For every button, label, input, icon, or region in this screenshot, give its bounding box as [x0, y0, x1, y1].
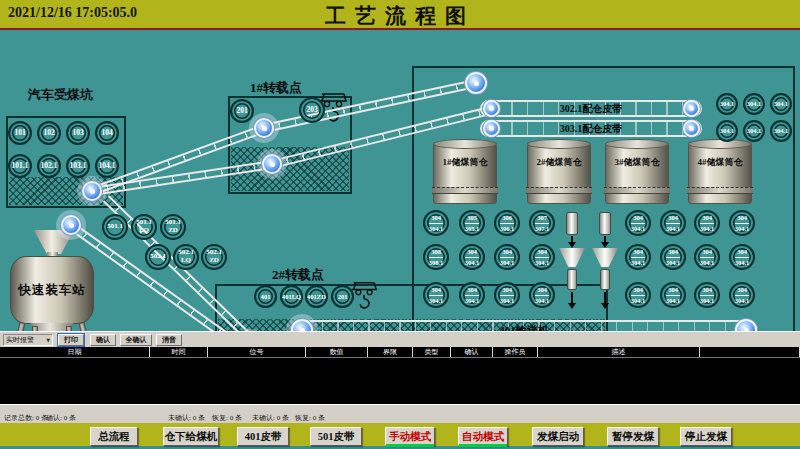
valve-304[interactable]: 304304.1: [625, 210, 651, 236]
valve-304[interactable]: 304304.1: [529, 282, 555, 308]
toolbar-button-打印[interactable]: 打印: [58, 334, 84, 346]
valve-304[interactable]: 304304.1: [625, 282, 651, 308]
valve-304[interactable]: 304304.1: [423, 282, 449, 308]
pulley-icon: [262, 154, 282, 174]
valve-308[interactable]: 308308.1: [423, 244, 449, 270]
valve-304[interactable]: 304304.1: [459, 244, 485, 270]
valve-label: [429, 295, 444, 296]
device-101[interactable]: 101: [8, 121, 32, 145]
device-label: 102.1: [41, 162, 58, 170]
valve-label: 307: [537, 214, 547, 221]
valve-label: [535, 257, 550, 258]
valve-label: [465, 295, 480, 296]
nav-button-仓下给煤机[interactable]: 仓下给煤机: [163, 427, 219, 446]
valve-304.1[interactable]: 304.1: [716, 93, 738, 115]
valve-304.1[interactable]: 304.1: [743, 93, 765, 115]
device-101.1[interactable]: 101.1: [8, 154, 32, 178]
device-401ZD[interactable]: 401ZD: [305, 285, 328, 308]
device-502.1-ZD[interactable]: 502.1ZD: [201, 244, 227, 270]
device-label: 103: [72, 129, 83, 137]
valve-304.1[interactable]: 304.1: [716, 120, 738, 142]
alarm-table-body[interactable]: [0, 358, 800, 404]
toolbar-button-消音[interactable]: 消音: [156, 334, 182, 346]
device-401[interactable]: 401: [254, 285, 277, 308]
valve-label: 308.1: [429, 259, 444, 266]
valve-label: 304: [502, 248, 512, 255]
belt-401[interactable]: 401输送机: [290, 320, 758, 331]
silo-label: 3#储煤筒仓: [606, 156, 668, 169]
loader-leg: [10, 322, 25, 331]
belt-302[interactable]: 302.1配仓皮带: [480, 100, 702, 117]
valve-label: [666, 223, 681, 224]
valve-304[interactable]: 304304.1: [694, 282, 720, 308]
valve-307[interactable]: 307307.1: [529, 210, 555, 236]
valve-label: 304: [633, 286, 643, 293]
valve-306[interactable]: 306306.1: [494, 210, 520, 236]
status-item: 确认: 0 条: [46, 413, 76, 423]
valve-305[interactable]: 305305.1: [459, 210, 485, 236]
nav-button-发煤启动[interactable]: 发煤启动: [532, 427, 584, 446]
valve-304[interactable]: 304304.1: [625, 244, 651, 270]
column-header: [700, 347, 800, 357]
valve-304[interactable]: 304304.1: [459, 282, 485, 308]
device-104.1[interactable]: 104.1: [95, 154, 119, 178]
nav-button-401皮带[interactable]: 401皮带: [237, 427, 289, 446]
valve-304[interactable]: 304304.1: [660, 244, 686, 270]
valve-label: [465, 257, 480, 258]
device-102[interactable]: 102: [37, 121, 61, 145]
device-401LQ[interactable]: 401LQ: [280, 285, 303, 308]
valve-304.1[interactable]: 304.1: [770, 120, 792, 142]
valve-304.1[interactable]: 304.1: [770, 93, 792, 115]
valve-304.1[interactable]: 304.1: [743, 120, 765, 142]
nav-button-总流程[interactable]: 总流程: [90, 427, 138, 446]
valve-304[interactable]: 304304.1: [729, 210, 755, 236]
valve-304[interactable]: 304304.1: [729, 282, 755, 308]
valve-label: 304.1: [735, 225, 750, 232]
down-arrow-icon: [568, 242, 576, 248]
page-title: 工艺流程图: [325, 2, 475, 30]
nav-button-手动模式[interactable]: 手动模式: [385, 427, 435, 446]
valve-304[interactable]: 304304.1: [494, 282, 520, 308]
toolbar-button-全确认[interactable]: 全确认: [120, 334, 152, 346]
loader-tank[interactable]: 快速装车站: [10, 256, 94, 324]
column-header-数值: 数值: [306, 347, 368, 357]
device-label: 101: [14, 129, 25, 137]
valve-304[interactable]: 304304.1: [694, 244, 720, 270]
nav-button-停止发煤[interactable]: 停止发煤: [680, 427, 732, 446]
valve-304[interactable]: 304304.1: [660, 282, 686, 308]
nav-button-501皮带[interactable]: 501皮带: [310, 427, 362, 446]
valve-304[interactable]: 304304.1: [660, 210, 686, 236]
device-201[interactable]: 201: [331, 285, 354, 308]
valve-304[interactable]: 304304.1: [694, 210, 720, 236]
valve-304[interactable]: 304304.1: [423, 210, 449, 236]
device-501.1-LQ[interactable]: 501.1LQ: [131, 214, 157, 240]
device-103[interactable]: 103: [66, 121, 90, 145]
toolbar-button-确认[interactable]: 确认: [90, 334, 116, 346]
column-header-描述: 描述: [538, 347, 700, 357]
valve-label: 307.1: [535, 225, 550, 232]
device-label: 304.1: [747, 127, 762, 134]
nav-button-暂停发煤[interactable]: 暂停发煤: [607, 427, 659, 446]
alarm-filter-select[interactable]: 实时报警 ▼: [3, 334, 53, 346]
valve-304[interactable]: 304304.1: [529, 244, 555, 270]
device-502.1-LQ[interactable]: 502.1LQ: [173, 244, 199, 270]
device-501.1-ZD[interactable]: 501.1ZD: [160, 214, 186, 240]
device-104[interactable]: 104: [95, 121, 119, 145]
silo-1: 1#储煤筒仓: [433, 142, 497, 204]
device-203[interactable]: 203: [299, 97, 325, 123]
valve-304[interactable]: 304304.1: [729, 244, 755, 270]
device-label: ZD: [168, 227, 178, 235]
valve-label: 304.1: [500, 259, 515, 266]
valve-label: [700, 295, 715, 296]
valve-304[interactable]: 304304.1: [494, 244, 520, 270]
nav-button-自动模式[interactable]: 自动模式: [458, 427, 508, 446]
device-103.1[interactable]: 103.1: [66, 154, 90, 178]
belt-303[interactable]: 303.1配仓皮带: [480, 120, 702, 137]
device-501.1[interactable]: 501.1: [102, 214, 128, 240]
device-201[interactable]: 201: [230, 99, 254, 123]
device-502.1[interactable]: 502.1: [145, 244, 171, 270]
belt-401-label: 401输送机: [499, 323, 549, 331]
device-102.1[interactable]: 102.1: [37, 154, 61, 178]
datetime: 2021/12/16 17:05:05.0: [8, 5, 137, 21]
valve-label: 304: [537, 248, 547, 255]
